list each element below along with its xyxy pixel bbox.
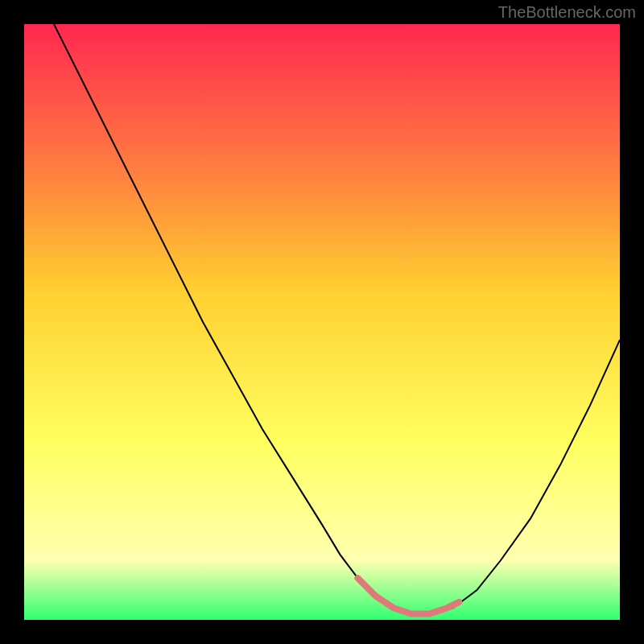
gradient-background [24, 24, 620, 620]
chart-svg [24, 24, 620, 620]
chart-plot-area [24, 24, 620, 620]
watermark-text: TheBottleneck.com [498, 3, 636, 22]
